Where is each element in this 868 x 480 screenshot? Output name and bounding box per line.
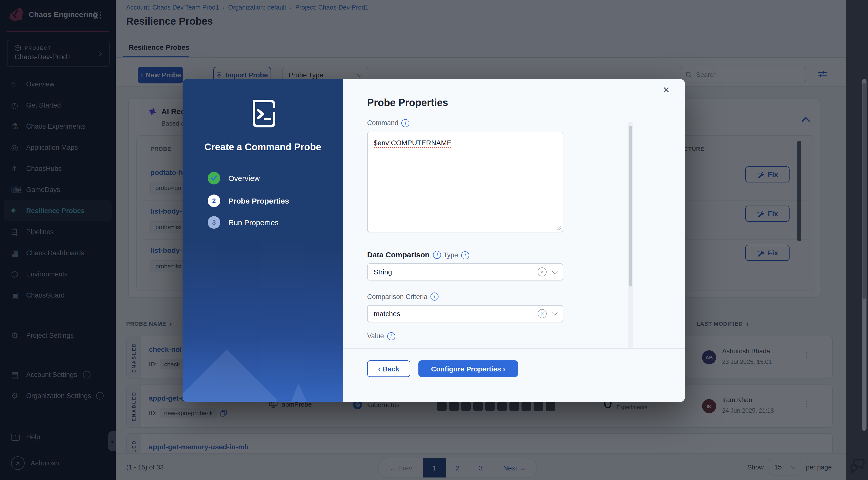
wizard-step-probe-properties[interactable]: 2 Probe Properties (208, 194, 289, 207)
data-comparison-heading: Data Comparisoni (367, 250, 441, 259)
probe-properties-panel: ✕ Probe Properties Commandi $env:COMPUTE… (343, 79, 685, 402)
info-icon: i (402, 119, 410, 127)
modal-scrollbar-thumb[interactable] (629, 126, 632, 287)
configure-properties-button[interactable]: Configure Properties › (418, 360, 518, 377)
step-number: 3 (208, 216, 220, 229)
clear-icon[interactable]: ✕ (537, 309, 547, 318)
chevron-down-icon (552, 268, 558, 274)
application-window: Chaos Engineering PROJECT Chaos-Dev-Prod… (0, 0, 868, 480)
info-icon: i (433, 251, 441, 259)
type-value: String (374, 268, 392, 276)
info-icon: i (461, 251, 469, 259)
wizard-step-run-properties[interactable]: 3 Run Properties (208, 216, 279, 229)
type-label: Typei (443, 251, 469, 259)
comparison-criteria-label: Comparison Criteriai (367, 292, 438, 300)
command-label: Commandi (367, 119, 410, 127)
create-probe-modal: Create a Command Probe Overview 2 Probe … (183, 79, 685, 402)
step-done-icon (208, 172, 220, 185)
panel-title: Probe Properties (367, 97, 448, 108)
textarea-resize-handle[interactable] (556, 225, 561, 230)
comparison-criteria-select[interactable]: matches ✕ (367, 305, 563, 322)
command-value: $env:COMPUTERNAME (374, 139, 452, 147)
info-icon: i (431, 292, 438, 300)
close-icon[interactable]: ✕ (663, 85, 670, 96)
command-textarea[interactable]: $env:COMPUTERNAME (367, 132, 563, 232)
step-number: 2 (208, 194, 220, 207)
wizard-side-panel: Create a Command Probe Overview 2 Probe … (183, 79, 343, 402)
harness-watermark-logo (183, 345, 343, 402)
back-button[interactable]: ‹ Back (367, 360, 410, 377)
type-select[interactable]: String ✕ (367, 263, 563, 281)
fields-scroll-area: Commandi $env:COMPUTERNAME Data Comparis… (367, 118, 634, 348)
wizard-title: Create a Command Probe (183, 142, 343, 153)
criteria-value: matches (374, 309, 400, 317)
clear-icon[interactable]: ✕ (537, 267, 547, 277)
info-icon: i (387, 332, 395, 340)
chevron-down-icon (552, 310, 558, 316)
terminal-icon (247, 98, 279, 130)
footer-divider (343, 348, 685, 349)
value-label: Valuei (367, 332, 395, 340)
modal-scrollbar-track[interactable] (628, 122, 633, 348)
wizard-step-overview[interactable]: Overview (208, 172, 260, 185)
